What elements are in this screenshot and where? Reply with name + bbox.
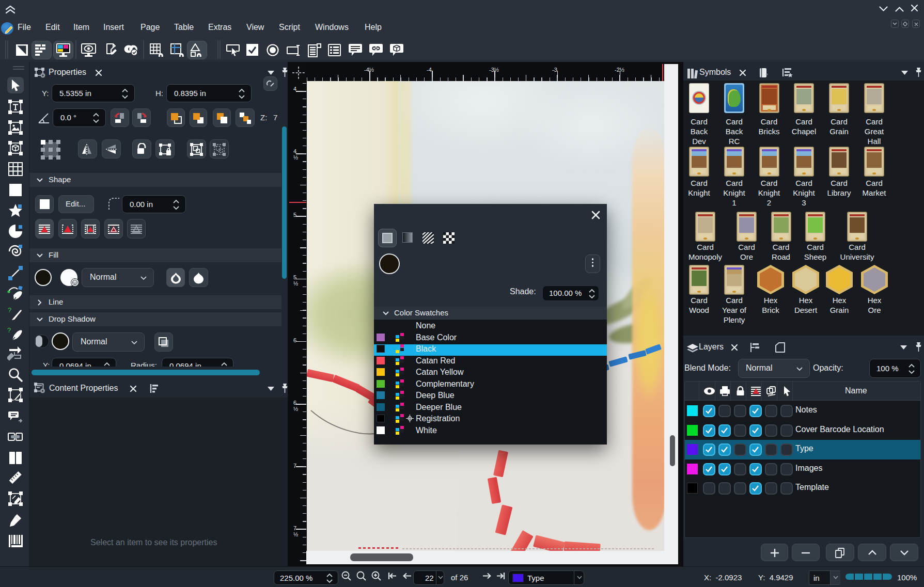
svg-text:?: ? <box>7 326 11 334</box>
svg-text:?: ? <box>8 306 11 314</box>
